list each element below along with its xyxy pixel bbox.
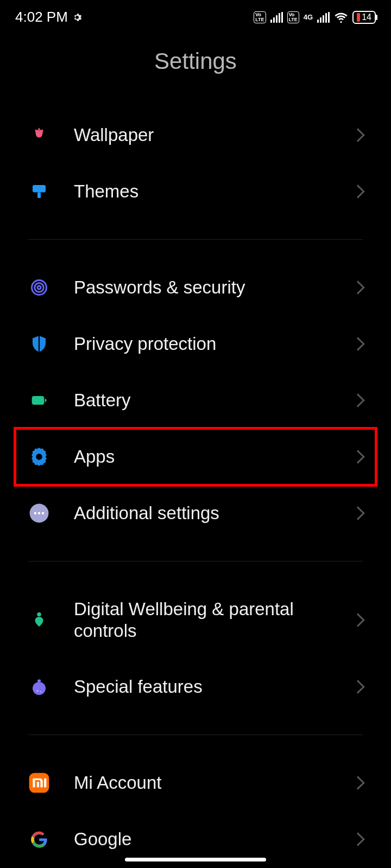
chevron-right-icon [351, 613, 364, 627]
chevron-right-icon [351, 280, 364, 294]
chevron-right-icon [351, 680, 364, 693]
svg-point-12 [37, 612, 41, 616]
wifi-icon [334, 10, 348, 24]
signal-icon-2 [317, 12, 330, 23]
svg-rect-13 [37, 680, 41, 682]
chevron-right-icon [351, 450, 364, 463]
signal-icon-1 [270, 12, 283, 23]
svg-point-14 [33, 682, 46, 695]
settings-item-google[interactable]: Google [28, 811, 363, 850]
svg-point-4 [37, 286, 41, 289]
battery-indicator-icon: 14 [352, 11, 376, 24]
settings-item-label: Privacy protection [74, 333, 329, 355]
tulip-icon [28, 124, 50, 146]
status-left: 4:02 PM [15, 9, 82, 25]
mi-logo-icon [28, 772, 50, 794]
chevron-right-icon [351, 337, 364, 350]
paintbrush-icon [28, 181, 50, 202]
status-bar: 4:02 PM VoLTE VoLTE 4G 14 [0, 0, 391, 34]
svg-rect-0 [33, 185, 46, 193]
settings-item-wellbeing[interactable]: Digital Wellbeing & parental controls [28, 581, 363, 659]
settings-item-privacy[interactable]: Privacy protection [28, 316, 363, 372]
home-indicator[interactable] [125, 858, 266, 861]
svg-point-11 [42, 512, 44, 514]
svg-point-10 [38, 512, 40, 514]
person-heart-icon [28, 609, 50, 631]
dots-circle-icon [28, 502, 50, 524]
volte-icon-1: VoLTE [254, 11, 266, 23]
flask-icon [28, 676, 50, 698]
settings-item-label: Passwords & security [74, 277, 329, 298]
group-divider [28, 561, 363, 561]
settings-item-label: Google [74, 828, 329, 850]
settings-item-passwords[interactable]: Passwords & security [28, 259, 363, 316]
settings-item-label: Mi Account [74, 772, 329, 794]
settings-item-battery[interactable]: Battery [28, 372, 363, 429]
chevron-right-icon [351, 184, 364, 198]
settings-item-label: Additional settings [74, 502, 329, 524]
settings-item-apps[interactable]: Apps [15, 429, 376, 485]
chevron-right-icon [351, 393, 364, 407]
svg-point-9 [34, 512, 36, 514]
settings-group-accounts: Mi Account Google [0, 755, 391, 850]
settings-item-mi-account[interactable]: Mi Account [28, 755, 363, 811]
svg-rect-6 [45, 399, 47, 401]
chevron-right-icon [351, 128, 364, 142]
settings-indicator-icon [72, 12, 82, 22]
settings-item-label: Special features [74, 676, 329, 698]
settings-group-appearance: Wallpaper Themes [0, 107, 391, 220]
svg-point-7 [36, 454, 42, 460]
settings-item-label: Wallpaper [74, 124, 329, 146]
settings-item-label: Apps [74, 446, 329, 468]
settings-item-wallpaper[interactable]: Wallpaper [28, 107, 363, 163]
group-divider [28, 239, 363, 240]
chevron-right-icon [351, 506, 364, 520]
settings-item-themes[interactable]: Themes [28, 163, 363, 220]
network-type-label: 4G [304, 14, 313, 20]
chevron-right-icon [351, 776, 364, 789]
settings-item-additional[interactable]: Additional settings [28, 485, 363, 541]
settings-item-label: Battery [74, 390, 329, 411]
volte-icon-2: VoLTE [287, 11, 299, 23]
settings-group-security: Passwords & security Privacy protection … [0, 259, 391, 541]
svg-point-15 [37, 690, 39, 692]
settings-item-label: Digital Wellbeing & parental controls [74, 598, 329, 641]
gear-badge-icon [28, 446, 50, 468]
settings-item-label: Themes [74, 181, 329, 202]
g-logo-icon [28, 828, 50, 850]
svg-point-3 [35, 283, 44, 292]
fingerprint-icon [28, 277, 50, 298]
status-right: VoLTE VoLTE 4G 14 [254, 10, 376, 24]
status-time: 4:02 PM [15, 9, 68, 25]
svg-rect-5 [32, 396, 45, 405]
svg-point-16 [40, 691, 41, 692]
chevron-right-icon [351, 832, 364, 846]
battery-icon [28, 390, 50, 411]
settings-group-wellbeing: Digital Wellbeing & parental controls Sp… [0, 581, 391, 715]
page-title: Settings [0, 34, 391, 107]
shield-icon [28, 333, 50, 355]
svg-rect-1 [37, 193, 41, 199]
settings-item-special[interactable]: Special features [28, 659, 363, 715]
group-divider [28, 735, 363, 735]
